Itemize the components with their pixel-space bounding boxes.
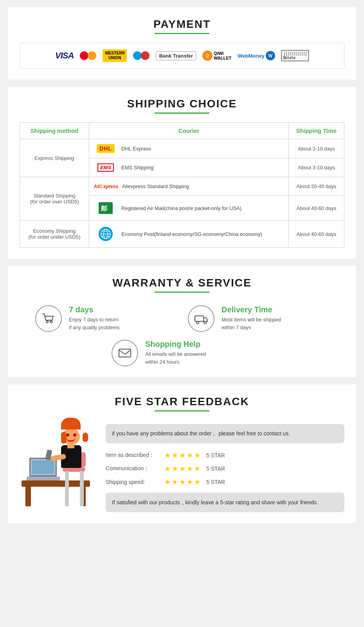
payment-section: PAYMENT VISA WESTERNUNION Bank Transfer … xyxy=(8,7,356,80)
feedback-underline xyxy=(155,410,209,411)
chair-leg-right xyxy=(80,471,84,506)
truck-icon-circle xyxy=(188,305,214,332)
col-header-time: Shipping Time xyxy=(288,123,344,139)
returns-item: 7 days Enjoy 7 days to returnif any qual… xyxy=(35,305,176,332)
col-header-courier: Courier xyxy=(89,123,289,139)
webmoney-logo: WebMoney W xyxy=(238,51,275,60)
ems-row: EMS EMS Shipping xyxy=(89,158,289,177)
payment-logos-container: VISA WESTERNUNION Bank Transfer Q QIWIWA… xyxy=(20,43,344,69)
warranty-title: WARRANTY & SERVICE xyxy=(20,277,344,289)
economy-shipping-method: Economy Shipping(for order under USD5) xyxy=(20,221,89,248)
rating-label-shipping: Shipping speed: xyxy=(106,479,160,485)
truck-icon xyxy=(194,311,209,326)
delivery-heading: Delivery Time xyxy=(222,305,281,314)
table-row: Standard Shipping(for order over USD5) A… xyxy=(20,177,344,196)
envelope-icon xyxy=(117,346,132,361)
cart-icon-circle xyxy=(35,305,62,332)
returns-description: Enjoy 7 days to returnif any quality pro… xyxy=(69,316,119,331)
stars-communication: ★ ★ ★ ★ ★ xyxy=(164,464,200,473)
desk-leg-left xyxy=(25,486,31,506)
svg-text:邮: 邮 xyxy=(101,205,107,212)
delivery-item: Delivery Time Most items will be shipped… xyxy=(188,305,329,332)
dhl-time: About 3-10 days xyxy=(288,139,344,158)
shopping-help-heading: Shopping Help xyxy=(145,340,206,349)
rating-text-communication: 5 STAR xyxy=(206,466,225,472)
dhl-row: DHL DHL Express xyxy=(89,139,289,158)
feedback-footer-bubble: If satisfied with our products，kindly le… xyxy=(106,493,344,512)
svg-point-9 xyxy=(196,321,199,324)
bank-transfer-logo: Bank Transfer xyxy=(156,51,196,60)
shopping-help-text: Shopping Help All emails will be answere… xyxy=(145,340,206,366)
payment-underline xyxy=(155,33,209,34)
rating-row-shipping: Shipping speed: ★ ★ ★ ★ ★ 5 STAR xyxy=(106,478,344,486)
col-header-method: Shipping method xyxy=(20,123,89,139)
table-row: Economy Shipping(for order under USD5) xyxy=(20,221,344,248)
laptop-base xyxy=(27,477,60,480)
payment-title: PAYMENT xyxy=(20,18,344,31)
visa-logo: VISA xyxy=(55,51,74,61)
rating-row-communication: Communication： ★ ★ ★ ★ ★ 5 STAR xyxy=(106,464,344,473)
warranty-grid: 7 days Enjoy 7 days to returnif any qual… xyxy=(20,301,344,336)
envelope-icon-circle xyxy=(112,340,138,366)
shipping-title: SHIPPING CHOICE xyxy=(20,98,344,110)
warranty-underline xyxy=(155,292,209,293)
aliexpress-row: AliExpress Aliexpress Standard Shipping xyxy=(89,177,289,196)
feedback-right-content: if you have any problems about the order… xyxy=(106,420,344,512)
stars-shipping: ★ ★ ★ ★ ★ xyxy=(164,478,200,486)
chinapost-icon: 邮 xyxy=(99,202,113,214)
shopping-help-center: Shopping Help All emails will be answere… xyxy=(20,340,344,366)
returns-text: 7 days Enjoy 7 days to returnif any qual… xyxy=(69,305,119,331)
western-union-logo: WESTERNUNION xyxy=(103,49,127,62)
ems-label: EMS Shipping xyxy=(121,165,153,170)
delivery-text: Delivery Time Most items will be shipped… xyxy=(222,305,281,331)
svg-point-7 xyxy=(50,321,52,323)
shipping-table: Shipping method Courier Shipping Time Ex… xyxy=(20,122,344,248)
chinapost-row: 邮 Registered Air Mail(china post/e packe… xyxy=(89,196,289,221)
express-shipping-method: Express Shipping xyxy=(20,139,89,177)
ems-time: About 3-10 days xyxy=(288,158,344,177)
feedback-intro-bubble: if you have any problems about the order… xyxy=(106,424,344,443)
dhl-label: DHL Express xyxy=(121,146,151,152)
aliexpress-icon: AliExpress xyxy=(94,184,118,189)
feedback-title: FIVE STAR FEEDBACK xyxy=(20,395,344,408)
feedback-content: if you have any problems about the order… xyxy=(20,420,344,512)
svg-rect-8 xyxy=(195,316,204,321)
rating-label-described: Item as described： xyxy=(106,452,160,459)
delivery-description: Most items will be shippedwithin 7 days xyxy=(222,316,281,331)
boleto-logo: ||||||||||||Boleto xyxy=(281,50,309,61)
person-neck xyxy=(67,444,74,448)
feedback-section: FIVE STAR FEEDBACK xyxy=(8,384,356,523)
standard-shipping-method: Standard Shipping(for order over USD5) xyxy=(20,177,89,221)
ems-icon: EMS xyxy=(97,163,114,172)
maestro-logo xyxy=(133,50,150,61)
rating-text-shipping: 5 STAR xyxy=(206,479,225,485)
aliexpress-time: About 20-45 days xyxy=(288,177,344,196)
shopping-help-item: Shopping Help All emails will be answere… xyxy=(112,340,252,366)
svg-rect-11 xyxy=(119,349,131,357)
chair-leg-left xyxy=(65,471,69,506)
feedback-illustration xyxy=(20,420,98,506)
un-icon xyxy=(99,227,113,241)
svg-point-6 xyxy=(47,321,49,323)
chinapost-time: About 40-60 days xyxy=(288,196,344,221)
dhl-icon: DHL xyxy=(97,144,115,153)
economy-time: About 40-60 days xyxy=(288,221,344,248)
svg-point-10 xyxy=(204,321,206,324)
table-row: Express Shipping DHL DHL Express About 3… xyxy=(20,139,344,158)
qiwi-logo: Q QIWIWALLET xyxy=(202,51,231,61)
chinapost-label: Registered Air Mail(china post/e packet-… xyxy=(121,205,241,211)
mastercard-logo xyxy=(80,50,96,61)
aliexpress-label: Aliexpress Standard Shipping xyxy=(122,183,189,189)
warranty-section: WARRANTY & SERVICE 7 days Enjoy 7 days t… xyxy=(8,266,356,377)
rating-label-communication: Communication： xyxy=(106,465,160,472)
shipping-underline xyxy=(155,112,209,114)
cart-icon xyxy=(41,311,56,326)
stars-described: ★ ★ ★ ★ ★ xyxy=(164,451,200,460)
rating-text-described: 5 STAR xyxy=(206,452,225,458)
economy-row: Economy Post(finland economy/SG economy/… xyxy=(89,221,289,248)
person-hair xyxy=(61,418,81,429)
economy-label: Economy Post(finland economy/SG economy/… xyxy=(121,231,262,237)
shipping-section: SHIPPING CHOICE Shipping method Courier … xyxy=(8,87,356,259)
rating-row-described: Item as described： ★ ★ ★ ★ ★ 5 STAR xyxy=(106,451,344,460)
shopping-help-description: All emails will be answeredwithin 24 hou… xyxy=(145,350,206,366)
